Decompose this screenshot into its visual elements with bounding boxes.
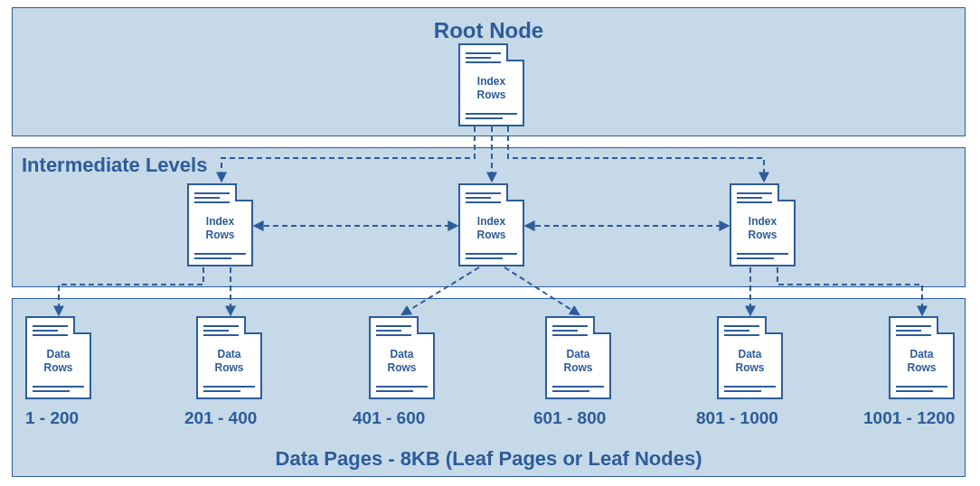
range-3: 401 - 600 — [353, 408, 425, 428]
leaf-page-4: DataRows — [545, 316, 611, 399]
intermediate-page-1: IndexRows — [187, 183, 253, 266]
intermediate-page-2: IndexRows — [458, 183, 524, 266]
range-5: 801 - 1000 — [696, 408, 778, 428]
range-1: 1 - 200 — [25, 408, 79, 428]
leaf-level: Data Pages - 8KB (Leaf Pages or Leaf Nod… — [12, 298, 966, 477]
page-label: Index Rows — [466, 63, 517, 113]
leaf-page-6: DataRows — [889, 316, 955, 399]
leaf-page-3: DataRows — [369, 316, 435, 399]
leaf-page-5: DataRows — [717, 316, 783, 399]
range-6: 1001 - 1200 — [863, 408, 955, 428]
root-page: Index Rows — [458, 43, 524, 126]
leaf-title: Data Pages - 8KB (Leaf Pages or Leaf Nod… — [276, 447, 702, 471]
leaf-page-1: DataRows — [25, 316, 91, 399]
range-4: 601 - 800 — [533, 408, 606, 428]
intermediate-title: Intermediate Levels — [22, 154, 207, 177]
intermediate-page-3: IndexRows — [730, 183, 796, 266]
leaf-page-2: DataRows — [196, 316, 262, 399]
root-title: Root Node — [434, 18, 543, 43]
range-2: 201 - 400 — [184, 408, 257, 428]
